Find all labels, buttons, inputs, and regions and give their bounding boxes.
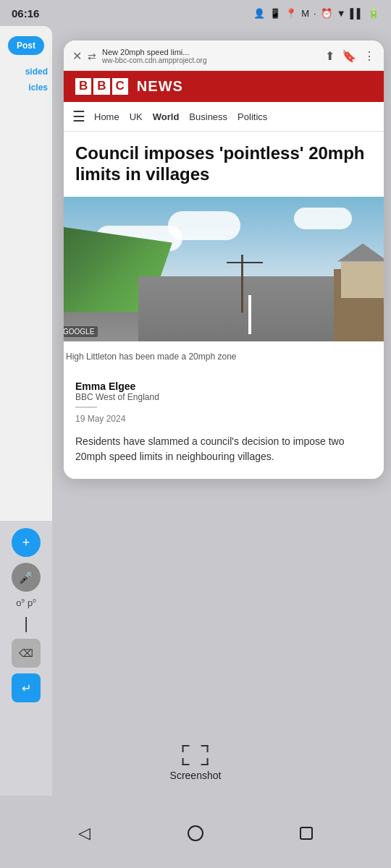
bbc-header: B B C NEWS — [64, 71, 384, 102]
close-tab-button[interactable]: ✕ — [72, 49, 82, 63]
key-p[interactable]: p0 — [28, 597, 36, 608]
nav-bottom: ◁ — [0, 820, 391, 846]
road-scene — [64, 197, 384, 341]
signal-icon: ▌▌ — [350, 8, 363, 19]
house — [341, 262, 384, 298]
mic-key[interactable]: 🎤 — [12, 563, 41, 592]
url-bar[interactable]: New 20mph speed limi... ww-bbc-com.cdn.a… — [102, 48, 319, 64]
bbc-b1: B — [75, 78, 91, 95]
url-text: ww-bbc-com.cdn.ampproject.org — [102, 56, 319, 64]
hamburger-menu-icon[interactable]: ☰ — [72, 108, 85, 125]
browser-card: ✕ ⇄ New 20mph speed limi... ww-bbc-com.c… — [64, 41, 384, 479]
article-content: Council imposes 'pointless' 20mph limits… — [64, 132, 384, 185]
status-bar: 06:16 👤 📱 📍 M · ⏰ ▼ ▌▌ 🔋 — [0, 0, 391, 26]
sidebar-text-sided: sided — [0, 67, 52, 77]
key-pipe[interactable]: | — [24, 614, 28, 633]
tab-switch-icon[interactable]: ⇄ — [88, 51, 96, 62]
nav-politics[interactable]: Politics — [237, 111, 267, 122]
telegraph-wire — [227, 262, 263, 263]
author-org: BBC West of England — [75, 392, 372, 402]
article-image: GOOGLE — [64, 197, 384, 341]
nav-world[interactable]: World — [153, 111, 180, 122]
wifi-icon: ▼ — [337, 8, 346, 19]
battery-icon: 🔋 — [368, 8, 379, 19]
corner-br — [201, 758, 209, 765]
status-time: 06:16 — [12, 7, 39, 20]
plus-key[interactable]: + — [12, 528, 41, 557]
article-meta: Emma Elgee BBC West of England 19 May 20… — [64, 375, 384, 434]
article-date: 19 May 2024 — [75, 414, 372, 424]
location-icon: 📍 — [285, 8, 297, 19]
home-icon — [188, 825, 203, 841]
enter-key[interactable]: ↵ — [12, 673, 41, 702]
bbc-logo: B B C — [75, 78, 128, 95]
image-credit: GOOGLE — [64, 326, 98, 337]
back-button[interactable]: ◁ — [72, 820, 98, 846]
telegraph-pole — [241, 255, 243, 312]
corner-tr — [201, 745, 209, 752]
post-button[interactable]: Post — [8, 36, 44, 55]
meta-divider — [75, 407, 97, 408]
article-image-container: GOOGLE High Littleton has been made a 20… — [64, 197, 384, 366]
phone-icon: 📱 — [269, 8, 281, 19]
alarm-icon: ⏰ — [321, 8, 332, 19]
bbc-nav: ☰ Home UK World Business Politics — [64, 102, 384, 132]
screenshot-button[interactable]: Screenshot — [170, 745, 222, 781]
corner-tl — [182, 745, 190, 752]
road-line — [248, 295, 251, 334]
nav-home[interactable]: Home — [94, 111, 119, 122]
keyboard-letters: o9 p0 — [16, 597, 35, 608]
delete-key[interactable]: ⌫ — [12, 639, 41, 668]
person-add-icon: 👤 — [253, 8, 265, 19]
nav-business[interactable]: Business — [189, 111, 227, 122]
recents-button[interactable] — [293, 820, 319, 846]
key-o[interactable]: o9 — [16, 597, 25, 608]
cloud-2 — [294, 208, 352, 229]
screenshot-corners-icon — [182, 745, 209, 765]
article-body: Residents have slammed a council's decis… — [64, 434, 384, 479]
screenshot-label: Screenshot — [170, 770, 222, 781]
bbc-c: C — [112, 78, 128, 95]
bookmark-icon[interactable]: 🔖 — [342, 49, 356, 63]
author-name: Emma Elgee — [75, 380, 372, 392]
back-icon: ◁ — [78, 824, 91, 843]
dot-icon: · — [314, 8, 316, 19]
road — [138, 276, 361, 341]
share-icon[interactable]: ⬆ — [325, 49, 335, 63]
recents-icon — [300, 827, 313, 840]
tab-title: New 20mph speed limi... — [102, 48, 319, 56]
email-icon: M — [301, 8, 309, 19]
more-menu-icon[interactable]: ⋮ — [363, 49, 375, 63]
home-button[interactable] — [182, 820, 209, 846]
corner-bl — [182, 758, 190, 765]
bbc-news-label: NEWS — [137, 78, 183, 95]
nav-uk[interactable]: UK — [130, 111, 143, 122]
keyboard-area: + 🎤 o9 p0 | ⌫ ↵ — [0, 521, 52, 796]
image-caption: High Littleton has been made a 20mph zon… — [64, 347, 384, 366]
bbc-b2: B — [93, 78, 109, 95]
browser-chrome: ✕ ⇄ New 20mph speed limi... ww-bbc-com.c… — [64, 41, 384, 71]
article-headline: Council imposes 'pointless' 20mph limits… — [75, 143, 372, 185]
browser-actions: ⬆ 🔖 ⋮ — [325, 49, 375, 63]
status-icons: 👤 📱 📍 M · ⏰ ▼ ▌▌ 🔋 — [253, 8, 379, 19]
sidebar-text-icles: icles — [0, 82, 52, 93]
